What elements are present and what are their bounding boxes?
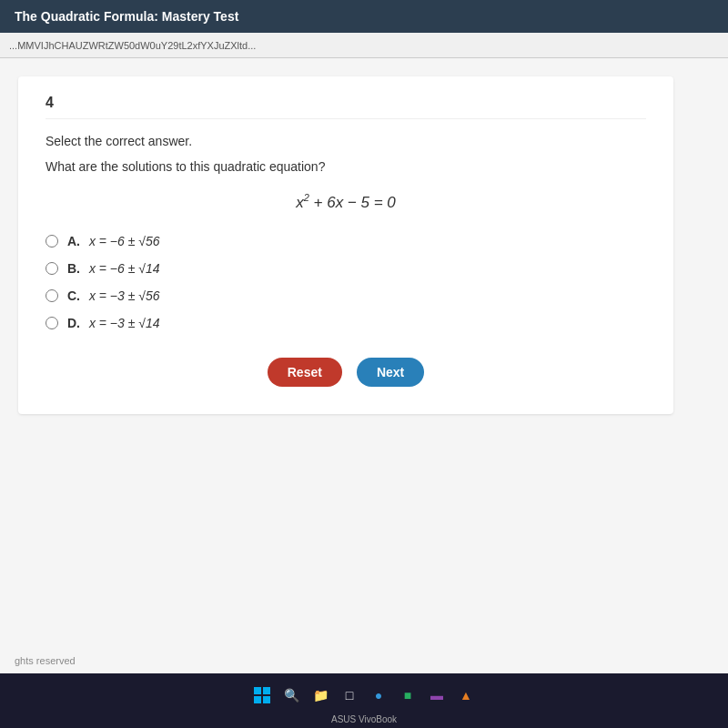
file-explorer-icon[interactable]: 📁	[310, 685, 330, 705]
option-b-letter: B.	[67, 261, 80, 276]
option-d[interactable]: D. x = −3 ± √14	[46, 316, 646, 330]
option-c[interactable]: C. x = −3 ± √56	[46, 288, 646, 303]
taskbar-label: ASUS VivoBook	[331, 714, 397, 724]
option-c-letter: C.	[67, 288, 80, 303]
instruction-text: Select the correct answer.	[46, 134, 646, 148]
next-button[interactable]: Next	[357, 358, 424, 387]
option-b-text: x = −6 ± √14	[89, 261, 160, 276]
option-a-letter: A.	[67, 234, 80, 248]
reset-button[interactable]: Reset	[268, 358, 342, 387]
copyright-text: ghts reserved	[15, 655, 76, 666]
option-d-letter: D.	[67, 316, 80, 330]
search-icon[interactable]: 🔍	[281, 685, 301, 705]
label-b[interactable]: B. x = −6 ± √14	[67, 261, 160, 276]
app-icon-2[interactable]: ▲	[456, 685, 476, 705]
radio-a[interactable]	[46, 235, 58, 248]
url-text: ...MMVIJhCHAUZWRtZW50dW0uY29tL2xfYXJuZXl…	[9, 40, 256, 51]
label-d[interactable]: D. x = −3 ± √14	[67, 316, 160, 330]
browser-icon[interactable]: ●	[369, 685, 389, 705]
label-a[interactable]: A. x = −6 ± √56	[67, 234, 160, 248]
radio-c[interactable]	[46, 289, 58, 302]
option-a-text: x = −6 ± √56	[89, 234, 160, 248]
options-list: A. x = −6 ± √56 B. x = −6 ± √14	[46, 234, 646, 330]
label-c[interactable]: C. x = −3 ± √56	[67, 288, 160, 303]
action-buttons: Reset Next	[46, 358, 646, 387]
app-icon-1[interactable]: ▬	[427, 685, 447, 705]
mail-icon[interactable]: ■	[398, 685, 418, 705]
option-b[interactable]: B. x = −6 ± √14	[46, 261, 646, 276]
option-d-text: x = −3 ± √14	[89, 316, 160, 330]
equation-display: x2 + 6x − 5 = 0	[46, 192, 646, 212]
share-icon[interactable]: □	[339, 685, 359, 705]
radio-d[interactable]	[46, 317, 58, 329]
taskbar-icons: 🔍 📁 □ ● ■ ▬ ▲	[252, 685, 476, 705]
taskbar: 🔍 📁 □ ● ■ ▬ ▲ ASUS VivoBook	[0, 673, 728, 728]
option-c-text: x = −3 ± √56	[89, 288, 160, 303]
question-number: 4	[46, 95, 646, 119]
radio-b[interactable]	[46, 262, 58, 275]
option-a[interactable]: A. x = −6 ± √56	[46, 234, 646, 248]
page-title: The Quadratic Formula: Mastery Test	[15, 9, 238, 24]
question-text: What are the solutions to this quadratic…	[46, 159, 646, 174]
windows-icon[interactable]	[252, 685, 272, 705]
